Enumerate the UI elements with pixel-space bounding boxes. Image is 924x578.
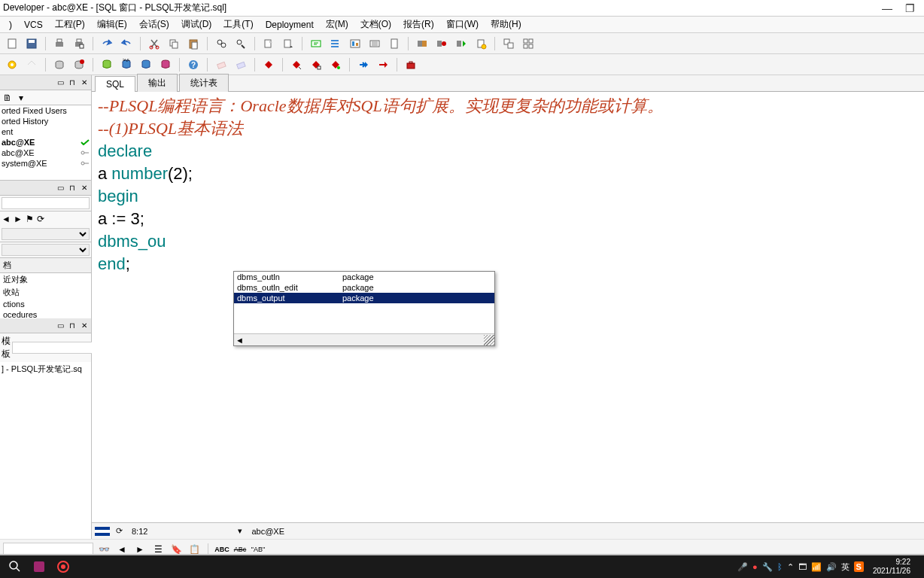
pane-menu-icon[interactable]: ▭: [55, 78, 65, 87]
list-item[interactable]: ctions: [0, 299, 91, 309]
search-icon[interactable]: [3, 556, 27, 577]
menu-help[interactable]: 帮助(H): [485, 18, 527, 31]
red-diamond-2-icon[interactable]: [287, 56, 305, 73]
list-item[interactable]: 收站: [0, 286, 91, 299]
windows-icon[interactable]: [500, 35, 518, 52]
gear-icon[interactable]: [3, 56, 21, 73]
filter-icon[interactable]: ▾: [15, 92, 27, 104]
menu-vcs[interactable]: VCS: [18, 20, 49, 30]
object-filter-input[interactable]: [2, 197, 90, 209]
autocomplete-resize-handle[interactable]: [484, 335, 494, 345]
filter-refresh-icon[interactable]: ⟳: [37, 214, 44, 224]
redo-icon[interactable]: [117, 35, 135, 52]
tray-ime-icon[interactable]: 英: [841, 561, 850, 573]
find-icon[interactable]: [212, 35, 230, 52]
filter-right-icon[interactable]: ►: [14, 214, 23, 224]
tool1-icon[interactable]: [413, 35, 431, 52]
menu-session[interactable]: 会话(S): [133, 18, 175, 31]
red-diamond-1-icon[interactable]: [260, 56, 278, 73]
menu-report[interactable]: 报告(R): [397, 18, 440, 31]
format-dropdown-icon[interactable]: [279, 35, 297, 52]
tree-item[interactable]: orted History: [0, 116, 91, 126]
cut-icon[interactable]: [145, 35, 163, 52]
explain-icon[interactable]: [307, 35, 325, 52]
menu-debug[interactable]: 调试(D): [175, 18, 218, 31]
trace-icon[interactable]: [346, 35, 364, 52]
filter-favorite-icon[interactable]: ⚑: [26, 214, 34, 224]
connections-tree[interactable]: orted Fixed Users orted History ent abc@…: [0, 105, 91, 181]
menu-macro[interactable]: 宏(M): [320, 18, 354, 31]
pane-close-icon[interactable]: ✕: [79, 78, 90, 87]
print-icon[interactable]: [50, 35, 68, 52]
tree-item[interactable]: system@XE: [0, 158, 91, 169]
tray-wifi-icon[interactable]: 📶: [811, 562, 822, 572]
restore-button[interactable]: ❐: [898, 2, 921, 14]
minimize-button[interactable]: —: [876, 2, 898, 14]
menu-project[interactable]: 工程(P): [49, 18, 91, 31]
print-preview-icon[interactable]: [70, 35, 88, 52]
red-diamond-3-icon[interactable]: [307, 56, 325, 73]
menu-tools[interactable]: 工具(T): [217, 18, 259, 31]
autocomplete-item[interactable]: dbms_outln_editpackage: [234, 282, 494, 293]
template-item[interactable]: ] - PLSQL开发笔记.sq: [2, 364, 90, 375]
menu-window[interactable]: 窗口(W): [440, 18, 485, 31]
pane-pin-icon[interactable]: ⊓: [67, 184, 78, 192]
tool3-icon[interactable]: [452, 35, 470, 52]
menu-doc[interactable]: 文档(O): [354, 18, 397, 31]
autocomplete-popup[interactable]: dbms_outlnpackage dbms_outln_editpackage…: [233, 271, 495, 346]
taskbar-clock[interactable]: 9:22 2021/11/26: [868, 558, 915, 576]
record-icon[interactable]: [51, 556, 75, 577]
schema-select[interactable]: [2, 228, 90, 240]
tray-record-icon[interactable]: ●: [752, 562, 758, 571]
refresh-icon[interactable]: 🗎: [2, 92, 14, 104]
refresh-icon[interactable]: ⟳: [116, 526, 123, 536]
arrow-right-red-icon[interactable]: [374, 56, 392, 73]
tool2-icon[interactable]: [433, 35, 451, 52]
pane-close-icon[interactable]: ✕: [79, 184, 90, 192]
help-icon[interactable]: ?: [184, 56, 202, 73]
tray-mic-icon[interactable]: 🎤: [737, 562, 748, 572]
tool4-icon[interactable]: [472, 35, 490, 52]
save-icon[interactable]: [23, 35, 41, 52]
tab-sql[interactable]: SQL: [95, 76, 135, 92]
object-type-select[interactable]: [2, 244, 90, 256]
sql-editor[interactable]: --PLSQL编程语言：Oracle数据库对SQL语句扩展。实现更复杂的功能或计…: [92, 92, 924, 522]
format-icon[interactable]: [260, 35, 278, 52]
template-list[interactable]: ] - PLSQL开发笔记.sq: [0, 362, 91, 539]
eraser1-icon[interactable]: [212, 56, 230, 73]
menu-deployment[interactable]: Deployment: [260, 20, 320, 30]
menu-separator[interactable]: ): [3, 20, 18, 30]
tab-output[interactable]: 输出: [137, 74, 178, 92]
filter-left-icon[interactable]: ◄: [2, 214, 11, 224]
tree-item-active[interactable]: abc@XE: [0, 137, 91, 148]
tile-icon[interactable]: [519, 35, 537, 52]
tab-stats[interactable]: 统计表: [179, 74, 229, 92]
eraser2-icon[interactable]: [232, 56, 250, 73]
tray-battery-icon[interactable]: 🗔: [798, 562, 807, 571]
arrow-right-blue-icon[interactable]: [354, 56, 372, 73]
replace-icon[interactable]: [232, 35, 250, 52]
red-diamond-4-icon[interactable]: [327, 56, 345, 73]
pane-pin-icon[interactable]: ⊓: [67, 321, 78, 330]
pane-menu-icon[interactable]: ▭: [55, 184, 65, 192]
cup-sql-icon[interactable]: SQL: [117, 56, 135, 73]
paste-icon[interactable]: [184, 35, 202, 52]
autocomplete-scrollbar[interactable]: ◄: [234, 333, 494, 345]
undo-icon[interactable]: [98, 35, 116, 52]
tray-chevron-icon[interactable]: ⌃: [787, 562, 794, 572]
list-item[interactable]: 近对象: [0, 273, 91, 286]
tray-volume-icon[interactable]: 🔊: [826, 562, 837, 572]
taskbar-app-icon[interactable]: [27, 556, 51, 577]
autocomplete-item[interactable]: dbms_outlnpackage: [234, 272, 494, 282]
tree-item[interactable]: ent: [0, 126, 91, 137]
cup3-icon[interactable]: [137, 56, 155, 73]
autocomplete-item-selected[interactable]: dbms_outputpackage: [234, 293, 494, 303]
cup1-icon[interactable]: [98, 56, 116, 73]
tray-bluetooth-icon[interactable]: ᛒ: [777, 562, 783, 571]
db2-icon[interactable]: [70, 56, 88, 73]
tray-sogou-icon[interactable]: S: [854, 561, 864, 572]
pane-menu-icon[interactable]: ▭: [55, 321, 65, 330]
cup4-icon[interactable]: [157, 56, 175, 73]
object-list[interactable]: 近对象 收站 ctions ocedures: [0, 273, 91, 318]
page-icon[interactable]: [385, 35, 403, 52]
